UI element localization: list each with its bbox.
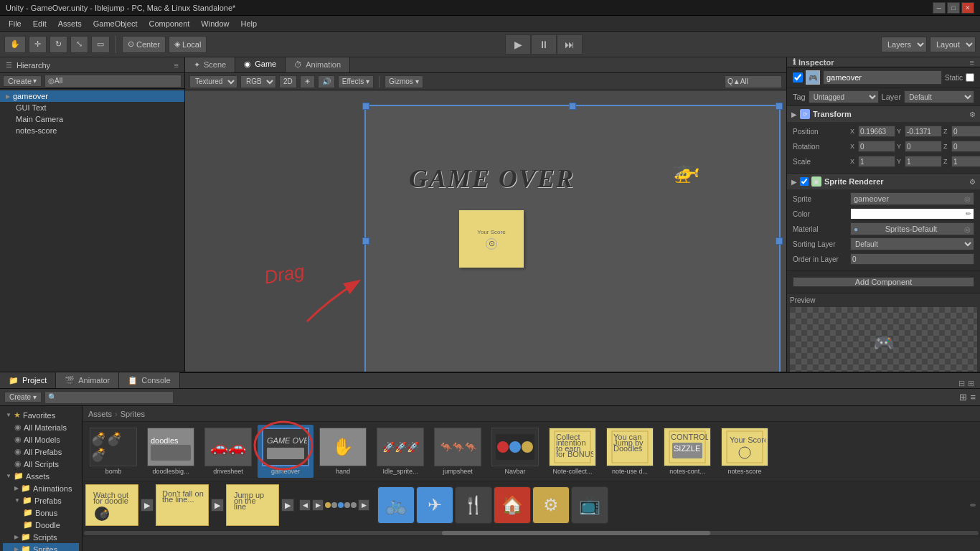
hierarchy-search-input[interactable]: [44, 75, 182, 88]
move-tool[interactable]: ✛: [29, 36, 47, 53]
rot-y-input[interactable]: [905, 141, 942, 152]
sprite-renderer-enabled[interactable]: [800, 177, 809, 186]
shading-mode-select[interactable]: Textured: [189, 75, 237, 88]
scroll-thumb[interactable]: [970, 504, 976, 507]
breadcrumb-sprites[interactable]: Sprites: [121, 410, 145, 418]
handle-tm[interactable]: [569, 103, 576, 110]
center-pivot-button[interactable]: ⊙ Center: [122, 36, 166, 53]
hier-item-guitext[interactable]: GUI Text: [0, 102, 184, 113]
asset-navbar[interactable]: Navbar: [487, 425, 543, 478]
scrollbar-thumb[interactable]: [442, 531, 710, 535]
tree-scripts[interactable]: ▶ 📁 Scripts: [3, 531, 79, 543]
effects-button[interactable]: Effects ▾: [338, 75, 374, 88]
tab-animation[interactable]: ⏱ Animation: [286, 57, 350, 72]
tab-scene[interactable]: ✦ Scene: [185, 57, 235, 72]
tab-animator[interactable]: 🎬 Animator: [56, 372, 119, 388]
handle-tl[interactable]: [362, 103, 369, 110]
menu-component[interactable]: Component: [143, 18, 195, 29]
project-view-icon2[interactable]: ≡: [970, 392, 976, 402]
lights-button[interactable]: ☀: [300, 75, 315, 88]
anim-play-2[interactable]: ▶: [211, 499, 224, 512]
tree-all-scripts[interactable]: ◉ All Scripts: [3, 458, 79, 470]
layer-select[interactable]: Default: [904, 90, 974, 103]
scale-z-input[interactable]: [951, 156, 980, 167]
order-value-input[interactable]: [850, 253, 974, 265]
asset-notes-cont[interactable]: CONTROLS SIZZLE notes-cont...: [659, 425, 715, 478]
scale-tool[interactable]: ⤡: [70, 36, 88, 53]
icon-plane[interactable]: ✈: [416, 486, 453, 524]
sprite-renderer-header[interactable]: ▶ ▣ Sprite Renderer ⚙: [787, 174, 980, 189]
project-create-button[interactable]: Create ▾: [4, 392, 42, 402]
tree-animations[interactable]: ▶ 📁 Animations: [3, 482, 79, 494]
tree-favorites[interactable]: ▼ ★ Favorites: [3, 409, 79, 421]
handle-mr[interactable]: [776, 237, 783, 245]
tree-bonus[interactable]: 📁 Bonus: [3, 507, 79, 519]
rotate-tool[interactable]: ↻: [50, 36, 67, 53]
timeline-play[interactable]: ▶: [312, 499, 324, 511]
pos-y-input[interactable]: [905, 126, 942, 137]
object-active-checkbox[interactable]: [793, 72, 803, 83]
step-button[interactable]: ⏭: [557, 34, 583, 55]
close-button[interactable]: ✕: [961, 2, 974, 14]
hand-tool[interactable]: ✋: [4, 36, 26, 53]
asset-note-collect[interactable]: Collect intention to earn for BONUS Note…: [545, 425, 600, 478]
tree-assets[interactable]: ▼ 📁 Assets: [3, 470, 79, 482]
project-search-input[interactable]: [44, 391, 174, 404]
tree-sprites[interactable]: ▶ 📁 Sprites: [3, 543, 79, 551]
timeline-next[interactable]: ▶: [358, 499, 369, 511]
sprite-renderer-settings-icon[interactable]: ⚙: [969, 178, 976, 186]
2d-button[interactable]: 2D: [279, 75, 297, 88]
asset-idle-sprite[interactable]: 🚀🚀🚀 Idle_sprite...: [372, 425, 428, 478]
color-edit-icon[interactable]: ✏: [966, 210, 971, 217]
menu-gameobject[interactable]: GameObject: [88, 18, 143, 29]
hier-item-notesscore[interactable]: notes-score: [0, 125, 184, 136]
menu-window[interactable]: Window: [195, 18, 235, 29]
tree-all-materials[interactable]: ◉ All Materials: [3, 421, 79, 433]
transform-settings-icon[interactable]: ⚙: [969, 110, 976, 118]
asset-bomb[interactable]: 💣💣💣 bomb: [85, 425, 141, 478]
pos-x-input[interactable]: [858, 126, 895, 137]
tree-prefabs[interactable]: ▼ 📁 Prefabs: [3, 494, 79, 507]
icon-bike[interactable]: 🚲: [377, 486, 415, 524]
project-scrollbar-h[interactable]: [83, 529, 980, 537]
local-global-button[interactable]: ◈ Local: [169, 36, 207, 53]
scene-view[interactable]: GAME OVER 🚁 Your Score ⊙ Drag: [185, 90, 786, 372]
hierarchy-menu-icon[interactable]: ≡: [174, 61, 179, 70]
gizmos-button[interactable]: Gizmos ▾: [385, 75, 423, 88]
tree-doodle[interactable]: 📁 Doodle: [3, 519, 79, 531]
asset-hand[interactable]: ✋ hand: [315, 425, 371, 478]
material-target-icon[interactable]: ◎: [964, 225, 971, 233]
tab-console[interactable]: 📋 Console: [119, 372, 179, 388]
asset-doodlesbig[interactable]: doodles doodlesbig...: [143, 425, 199, 478]
inspector-menu-icon[interactable]: ≡: [970, 58, 974, 67]
anim-play-1[interactable]: ▶: [141, 499, 154, 512]
tree-all-prefabs[interactable]: ◉ All Prefabs: [3, 446, 79, 458]
anim-play-3[interactable]: ▶: [281, 499, 294, 512]
sorting-layer-select[interactable]: Default: [850, 237, 974, 250]
asset-note-use[interactable]: You can Jump by Doodles note-use d...: [602, 425, 658, 478]
handle-tr[interactable]: [776, 103, 783, 110]
hier-item-maincamera[interactable]: Main Camera: [0, 113, 184, 125]
rot-x-input[interactable]: [858, 141, 895, 152]
audio-button[interactable]: 🔊: [318, 75, 335, 88]
scene-search-input[interactable]: [725, 75, 782, 88]
layers-dropdown[interactable]: Layers: [881, 37, 927, 52]
tag-select[interactable]: Untagged: [809, 90, 879, 103]
bottom-expand-icon[interactable]: ⊞: [968, 379, 974, 388]
menu-file[interactable]: File: [3, 18, 27, 29]
anim-item-3[interactable]: Jump up on the line: [226, 484, 279, 526]
hierarchy-tab[interactable]: ☰ Hierarchy ≡: [0, 57, 184, 73]
asset-gameover[interactable]: GAME OVER gameover: [258, 425, 314, 478]
asset-notes-score[interactable]: Your Score notes-score: [717, 425, 773, 478]
hier-item-gameover[interactable]: ▶ gameover: [0, 90, 184, 102]
object-name-input[interactable]: [823, 70, 942, 85]
tab-project[interactable]: 📁 Project: [0, 372, 56, 388]
icon-tv[interactable]: 📺: [571, 486, 608, 524]
anim-item-2[interactable]: Don't fall on the line...: [156, 484, 209, 526]
layout-dropdown[interactable]: Layout: [930, 37, 976, 52]
asset-drivesheet[interactable]: 🚗🚗 drivesheet: [200, 425, 256, 478]
add-component-button[interactable]: Add Component: [793, 277, 974, 287]
icon-fork[interactable]: 🍴: [455, 486, 492, 524]
pos-z-input[interactable]: [951, 126, 980, 137]
maximize-button[interactable]: □: [947, 2, 960, 14]
